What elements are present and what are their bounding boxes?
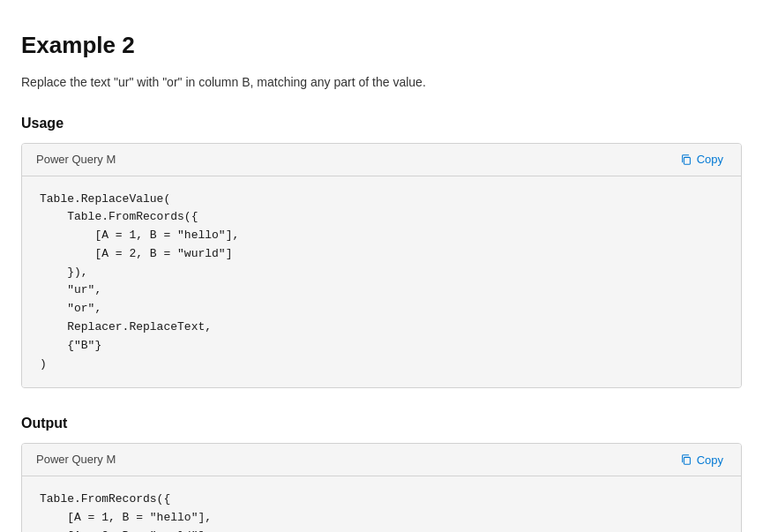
svg-rect-1 [684,458,690,465]
page-title: Example 2 [21,28,742,63]
output-copy-label: Copy [697,453,723,467]
output-code-text: Table.FromRecords({ [A = 1, B = "hello"]… [40,491,723,532]
output-section-label: Output [21,413,742,434]
output-code-block: Power Query M Copy Table.FromRecords({ [… [21,443,742,532]
output-lang-label: Power Query M [36,451,116,468]
usage-copy-button[interactable]: Copy [677,151,727,168]
page-description: Replace the text "ur" with "or" in colum… [21,73,742,92]
output-code-header: Power Query M Copy [22,444,741,476]
usage-copy-label: Copy [697,153,723,166]
copy-icon-2 [680,453,692,466]
usage-lang-label: Power Query M [36,151,116,169]
output-code-body: Table.FromRecords({ [A = 1, B = "hello"]… [22,476,741,532]
usage-code-body: Table.ReplaceValue( Table.FromRecords({ … [22,176,741,388]
copy-icon [680,154,692,166]
usage-code-text: Table.ReplaceValue( Table.FromRecords({ … [40,191,723,374]
usage-code-block: Power Query M Copy Table.ReplaceValue( T… [21,143,742,388]
svg-rect-0 [684,157,690,164]
output-copy-button[interactable]: Copy [677,452,727,468]
usage-section-label: Usage [21,113,742,134]
usage-code-header: Power Query M Copy [22,144,741,176]
